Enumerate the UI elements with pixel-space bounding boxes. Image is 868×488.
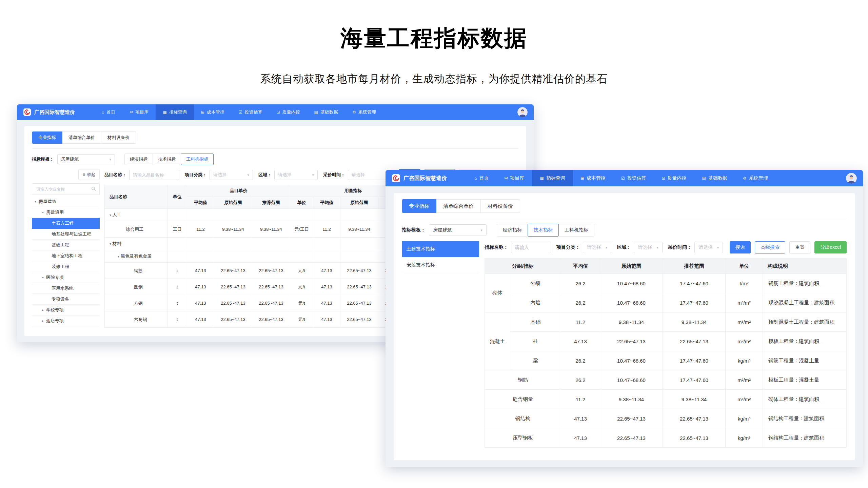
nav-item-investment-estimate[interactable]: ☑投资估算 [232, 104, 270, 120]
export-excel-button[interactable]: 导出excel [814, 241, 847, 253]
nav-label: 质量内控 [668, 175, 687, 181]
table-group-row[interactable]: ▾ 人工 [105, 209, 416, 221]
tree-item-special-equipment[interactable]: 专项设备 [32, 294, 100, 305]
tree-label: 专项设备 [52, 296, 69, 302]
item-link[interactable]: 六角钢 [105, 311, 167, 328]
tree-item-housing-general[interactable]: ▾房建通用 [32, 207, 100, 218]
type-labor-material[interactable]: 工料机指标 [181, 154, 214, 165]
category-select[interactable]: 请选择▾ [583, 242, 611, 253]
sidebar-item-civil-technical[interactable]: 土建技术指标 [402, 241, 479, 257]
nav-item-project-library[interactable]: ✉项目库 [122, 104, 156, 120]
item-link[interactable]: 钢筋 [105, 263, 167, 279]
tree-item-earthwork[interactable]: 土石方工程 [32, 218, 100, 229]
region-select[interactable]: 请选择▾ [634, 242, 662, 253]
nav-item-base-data[interactable]: ▤基础数据 [307, 104, 345, 120]
tree-item-hospital-special[interactable]: ▾医院专项 [32, 272, 100, 283]
tree-item-decoration[interactable]: 装修工程 [32, 261, 100, 272]
col-average-2: 平均值 [313, 197, 340, 209]
category-select[interactable]: 请选择▾ [210, 170, 253, 180]
user-avatar[interactable] [846, 173, 857, 184]
type-economic[interactable]: 经济指标 [497, 224, 528, 237]
nav-item-home[interactable]: ⌂首页 [467, 170, 496, 186]
chevron-down-icon: ▾ [35, 200, 36, 203]
item-link[interactable]: 圆钢 [105, 279, 167, 295]
table-row: 柱 47.13 22.65~47.13 22.65~47.13 m²/m² 模板… [485, 332, 847, 351]
indicator-name-input[interactable] [511, 242, 551, 253]
category-label: 项目分类： [185, 172, 207, 178]
sidebar-item-label: 安装技术指标 [407, 262, 435, 268]
nav-item-home[interactable]: ⌂首页 [95, 104, 122, 120]
chevron-down-icon: ▾ [110, 242, 111, 246]
table-row: 砌体 外墙 26.2 10.47~68.60 17.47~47.60 t/m² … [485, 274, 847, 293]
reset-button[interactable]: 重置 [789, 241, 810, 253]
category-tree: ▾房屋建筑 ▾房建通用 土石方工程 地基处理与边坡工程 基础工程 地下室结构工程… [32, 196, 100, 326]
nav-item-indicator-query[interactable]: ▦指标查询 [532, 170, 573, 186]
item-link[interactable]: 方钢 [105, 295, 167, 311]
group-label: 材料 [113, 241, 121, 246]
tree-item-housing[interactable]: ▾房屋建筑 [32, 196, 100, 207]
tab-professional-indicators[interactable]: 专业指标 [32, 131, 62, 144]
table-group-row[interactable]: ▾ 黑色及有色金属 [105, 250, 416, 263]
table-group-row[interactable]: ▾ 材料 [105, 238, 416, 250]
tree-item-hotel-special[interactable]: ▸酒店专项 [32, 316, 100, 326]
price-time-select[interactable]: 请选择▾ [348, 170, 391, 180]
sidebar-search-input[interactable] [36, 186, 91, 192]
nav-item-cost-control[interactable]: ⊞成本管控 [573, 170, 613, 186]
price-time-label: 采价时间： [323, 172, 345, 178]
tree-item-ground-treatment[interactable]: 地基处理与边坡工程 [32, 229, 100, 240]
tab-material-equipment-price[interactable]: 材料设备价 [481, 199, 520, 213]
tab-material-equipment-price[interactable]: 材料设备价 [101, 131, 136, 144]
nav-label: 系统管理 [358, 109, 376, 115]
type-economic[interactable]: 经济指标 [124, 154, 153, 165]
type-technical[interactable]: 技术指标 [528, 224, 559, 237]
nav-item-quality-control[interactable]: ⊡质量内控 [269, 104, 307, 120]
cost-control-icon: ⊞ [201, 110, 204, 115]
user-avatar[interactable] [517, 107, 528, 117]
tree-item-basement-structure[interactable]: 地下室结构工程 [32, 250, 100, 261]
tree-item-school-special[interactable]: ▸学校专项 [32, 305, 100, 316]
brand-logo[interactable]: 广咨国际智慧造价 [23, 108, 75, 116]
item-name-input[interactable] [129, 170, 179, 180]
nav-item-base-data[interactable]: ▤基础数据 [694, 170, 735, 186]
col-average: 平均值 [561, 259, 600, 274]
nav-item-investment-estimate[interactable]: ☑投资估算 [613, 170, 654, 186]
tab-list-composite-price[interactable]: 清单综合单价 [62, 131, 101, 144]
price-time-select[interactable]: 请选择▾ [694, 242, 723, 253]
quality-control-icon: ⊡ [662, 176, 665, 181]
nav-item-quality-control[interactable]: ⊡质量内控 [654, 170, 694, 186]
region-select[interactable]: 请选择▾ [274, 170, 318, 180]
technical-indicator-table: 分组/指标 平均值 原始范围 推荐范围 单位 构成说明 [485, 258, 847, 448]
indicator-query-icon: ▦ [540, 176, 544, 181]
tree-item-medical-water[interactable]: 医用水系统 [32, 283, 100, 294]
group-cell: 混凝土 [485, 312, 510, 370]
search-button[interactable]: 搜索 [730, 241, 751, 253]
chevron-right-icon: ▸ [42, 319, 44, 323]
sidebar-item-installation-technical[interactable]: 安装技术指标 [402, 257, 479, 273]
type-technical[interactable]: 技术指标 [153, 154, 181, 165]
template-select[interactable]: 房屋建筑 ▾ [57, 154, 115, 164]
nav-item-indicator-query[interactable]: ▦指标查询 [156, 104, 194, 120]
brand-logo[interactable]: 广咨国际智慧造价 [392, 174, 447, 183]
price-time-label: 采价时间： [668, 244, 692, 250]
tab-professional-indicators[interactable]: 专业指标 [402, 199, 436, 213]
advanced-search-button[interactable]: 高级搜索 [755, 241, 785, 253]
table-row: 梁 26.2 10.47~68.60 17.47~47.60 kg/m³ 钢筋工… [485, 351, 847, 370]
nav-item-cost-control[interactable]: ⊞成本管控 [194, 104, 232, 120]
tab-list-composite-price[interactable]: 清单综合单价 [436, 199, 481, 213]
nav-item-system-admin[interactable]: ⚙系统管理 [345, 104, 383, 120]
chevron-down-icon: ▾ [717, 245, 719, 250]
item-link[interactable]: 综合用工 [105, 221, 167, 238]
type-labor-material[interactable]: 工料机指标 [558, 224, 594, 237]
chevron-down-icon: ▾ [247, 173, 249, 177]
chevron-down-icon: ▾ [110, 213, 111, 217]
nav-item-system-admin[interactable]: ⚙系统管理 [735, 170, 776, 186]
group-cell: 砌体 [485, 274, 510, 312]
tree-item-foundation[interactable]: 基础工程 [32, 240, 100, 250]
collapse-button[interactable]: ≡ 收起 [78, 169, 100, 180]
tree-label: 土石方工程 [52, 220, 74, 226]
template-select[interactable]: 房屋建筑 ▾ [429, 224, 487, 236]
table-row: 钢筋 t 47.13 22.65~47.13 22.65~47.13 元/t 4… [105, 263, 416, 279]
nav-item-project-library[interactable]: ✉项目库 [496, 170, 532, 186]
base-data-icon: ▤ [702, 176, 706, 181]
col-recommended-range: 推荐范围 [663, 259, 726, 274]
